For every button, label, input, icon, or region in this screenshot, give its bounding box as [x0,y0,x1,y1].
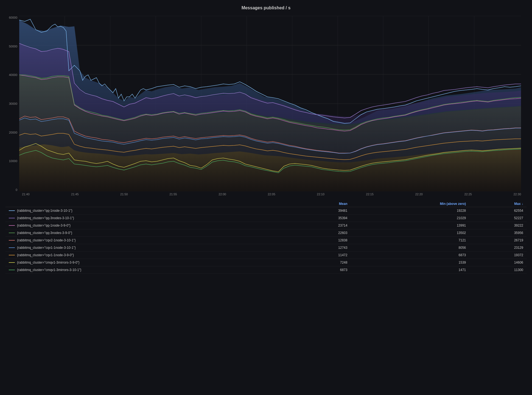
legend-row: {rabbitmq_cluster="qq-1node-3-10-1"} 394… [5,207,527,215]
legend-row: {rabbitmq_cluster="cmqv1-3mirrors-3-9-0"… [5,259,527,266]
legend-label-2: {rabbitmq_cluster="qq-1node-3-9-0"} [17,224,71,227]
legend-row: {rabbitmq_cluster="cqv2-1node-3-10-1"} 1… [5,237,527,244]
x-label-3: 21:55 [169,193,177,196]
legend-cell-name: {rabbitmq_cluster="cmqv1-3mirrors-3-10-1… [5,266,293,274]
legend-cell-max-1: 52227 [469,215,527,222]
legend-row: {rabbitmq_cluster="cqv1-1node-3-9-0"} 11… [5,252,527,259]
x-axis: 21:40 21:45 21:50 21:55 22:00 22:05 22:1… [19,193,524,196]
legend-row: {rabbitmq_cluster="qq-3nodes-3-10-1"} 35… [5,215,527,222]
legend-cell-min-4: 7121 [351,237,469,244]
legend-cell-min-3: 13502 [351,229,469,237]
legend-line-5 [9,247,15,248]
legend-col-name [5,201,293,207]
legend-cell-min-0: 19228 [351,207,469,215]
y-label-20k: 20000 [4,131,17,134]
chart-svg [19,16,521,191]
legend-cell-min-5: 8056 [351,244,469,252]
legend-line-4 [9,240,15,241]
legend-cell-min-7: 1539 [351,259,469,266]
legend-label-8: {rabbitmq_cluster="cmqv1-3mirrors-3-10-1… [17,268,81,272]
legend-cell-min-6: 6873 [351,252,469,259]
legend-cell-min-8: 1471 [351,266,469,274]
legend-row: {rabbitmq_cluster="cqv1-1node-3-10-1"} 1… [5,244,527,252]
legend-cell-max-5: 23129 [469,244,527,252]
legend-table: Mean Min (above zero) Max ↓ {rabbitmq_cl… [5,201,527,274]
x-label-2: 21:50 [120,193,128,196]
y-label-50k: 50000 [4,45,17,48]
legend-line-8 [9,270,15,270]
legend-cell-mean-7: 7248 [293,259,351,266]
legend-row: {rabbitmq_cluster="cmqv1-3mirrors-3-10-1… [5,266,527,274]
legend-cell-min-2: 13991 [351,222,469,229]
legend-cell-max-2: 39222 [469,222,527,229]
legend-cell-name: {rabbitmq_cluster="qq-1node-3-9-0"} [5,222,293,229]
legend-cell-mean-3: 22603 [293,229,351,237]
legend-row: {rabbitmq_cluster="qq-3nodes-3-9-0"} 226… [5,229,527,237]
legend-col-max[interactable]: Max ↓ [469,201,527,207]
legend-cell-name: {rabbitmq_cluster="qq-3nodes-3-9-0"} [5,229,293,237]
legend-label-4: {rabbitmq_cluster="cqv2-1node-3-10-1"} [17,238,76,242]
legend-cell-name: {rabbitmq_cluster="cmqv1-3mirrors-3-9-0"… [5,259,293,266]
legend-cell-mean-6: 11472 [293,252,351,259]
legend-label-0: {rabbitmq_cluster="qq-1node-3-10-1"} [17,209,72,213]
x-label-4: 22:00 [219,193,226,196]
legend-line-3 [9,233,15,233]
legend-cell-name: {rabbitmq_cluster="cqv2-1node-3-10-1"} [5,237,293,244]
chart-title: Messages published / s [3,5,529,10]
x-label-7: 22:15 [366,193,374,196]
legend-cell-mean-8: 6873 [293,266,351,274]
legend-label-1: {rabbitmq_cluster="qq-3nodes-3-10-1"} [17,216,74,220]
legend-line-6 [9,255,15,255]
chart-container: Messages published / s 0 10000 20000 300… [0,0,532,274]
y-label-40k: 40000 [4,73,17,77]
x-label-0: 21:40 [22,193,30,196]
y-axis: 0 10000 20000 30000 40000 50000 60000 [4,16,17,191]
legend-label-3: {rabbitmq_cluster="qq-3nodes-3-9-0"} [17,231,72,235]
legend-label-6: {rabbitmq_cluster="cqv1-1node-3-9-0"} [17,253,74,257]
chart-plot-area [19,16,521,191]
legend-cell-name: {rabbitmq_cluster="qq-1node-3-10-1"} [5,207,293,215]
legend-line-0 [9,210,15,211]
x-label-9: 22:25 [464,193,472,196]
legend-cell-mean-4: 12838 [293,237,351,244]
legend-cell-name: {rabbitmq_cluster="cqv1-1node-3-10-1"} [5,244,293,252]
legend-cell-max-0: 62554 [469,207,527,215]
legend-cell-name: {rabbitmq_cluster="qq-3nodes-3-10-1"} [5,215,293,222]
legend-line-1 [9,218,15,218]
legend-col-min[interactable]: Min (above zero) [351,201,469,207]
legend-cell-min-1: 21029 [351,215,469,222]
x-label-1: 21:45 [71,193,79,196]
legend-cell-max-8: 11300 [469,266,527,274]
legend-line-7 [9,262,15,263]
legend-cell-max-3: 35956 [469,229,527,237]
legend-col-mean[interactable]: Mean [293,201,351,207]
legend-cell-max-4: 26719 [469,237,527,244]
legend-cell-mean-0: 39481 [293,207,351,215]
x-label-5: 22:05 [268,193,275,196]
y-label-30k: 30000 [4,102,17,105]
x-label-8: 22:20 [415,193,423,196]
legend-row: {rabbitmq_cluster="qq-1node-3-9-0"} 2371… [5,222,527,229]
legend-cell-max-6: 19372 [469,252,527,259]
legend-label-7: {rabbitmq_cluster="cmqv1-3mirrors-3-9-0"… [17,261,80,264]
y-label-60k: 60000 [4,16,17,19]
legend-cell-name: {rabbitmq_cluster="cqv1-1node-3-9-0"} [5,252,293,259]
legend-label-5: {rabbitmq_cluster="cqv1-1node-3-10-1"} [17,246,76,250]
y-label-0: 0 [4,188,17,191]
y-label-10k: 10000 [4,159,17,163]
legend-line-2 [9,225,15,226]
legend-cell-mean-1: 35394 [293,215,351,222]
legend-cell-mean-5: 12743 [293,244,351,252]
legend-cell-mean-2: 23714 [293,222,351,229]
legend-cell-max-7: 14606 [469,259,527,266]
x-label-6: 22:10 [317,193,324,196]
x-label-10: 22:30 [513,193,521,196]
